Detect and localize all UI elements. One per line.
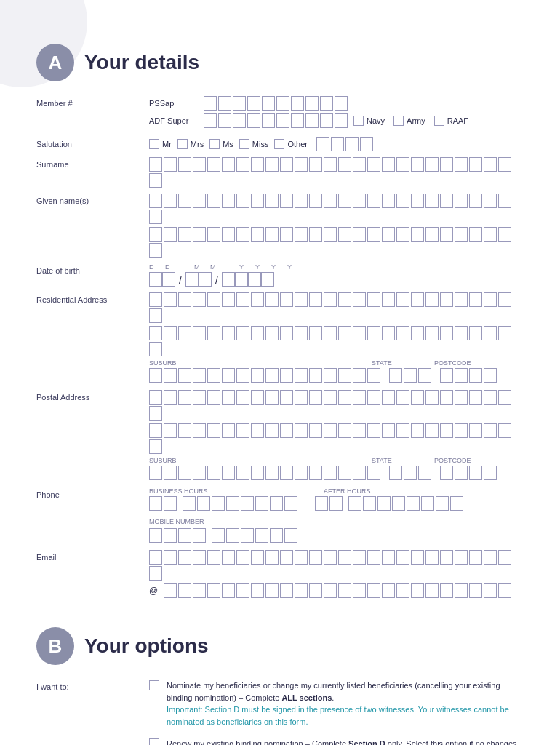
char-box[interactable] [149, 566, 162, 581]
char-box[interactable] [178, 466, 191, 480]
char-box[interactable] [193, 550, 206, 565]
char-box[interactable] [469, 326, 482, 340]
char-box[interactable] [236, 227, 249, 242]
char-box[interactable] [164, 390, 177, 405]
char-box[interactable] [353, 423, 366, 438]
char-box[interactable] [149, 210, 162, 224]
char-box[interactable] [407, 496, 420, 511]
char-box[interactable] [324, 292, 337, 307]
char-box[interactable] [411, 227, 424, 242]
navy-checkbox[interactable] [353, 116, 364, 126]
char-box[interactable] [262, 113, 275, 128]
char-box[interactable] [469, 368, 482, 383]
char-box[interactable] [270, 496, 283, 511]
char-box[interactable] [222, 466, 235, 480]
char-box[interactable] [178, 326, 191, 340]
char-box[interactable] [284, 496, 297, 511]
char-box[interactable] [236, 157, 249, 172]
char-box[interactable] [236, 194, 249, 208]
char-box[interactable] [197, 496, 210, 511]
dob-y2[interactable] [235, 272, 248, 287]
dob-d1[interactable] [149, 272, 162, 287]
char-box[interactable] [251, 390, 264, 405]
char-box[interactable] [305, 96, 319, 111]
char-box[interactable] [226, 496, 239, 511]
char-box[interactable] [251, 368, 264, 383]
dob-m1[interactable] [185, 272, 199, 287]
char-box[interactable] [149, 423, 162, 438]
char-box[interactable] [309, 550, 322, 565]
char-box[interactable] [309, 227, 322, 242]
char-box[interactable] [255, 496, 268, 511]
char-box[interactable] [411, 292, 424, 307]
char-box[interactable] [241, 528, 254, 543]
char-box[interactable] [411, 390, 424, 405]
army-checkbox[interactable] [393, 116, 404, 126]
char-box[interactable] [236, 423, 249, 438]
char-box[interactable] [164, 326, 177, 340]
dob-y4[interactable] [261, 272, 274, 287]
char-box[interactable] [396, 292, 409, 307]
char-box[interactable] [251, 157, 264, 172]
char-box[interactable] [309, 368, 322, 383]
char-box[interactable] [207, 466, 220, 480]
char-box[interactable] [498, 423, 511, 438]
char-box[interactable] [233, 113, 246, 128]
char-box[interactable] [320, 113, 333, 128]
char-box[interactable] [455, 368, 468, 383]
raaf-checkbox[interactable] [434, 116, 444, 126]
char-box[interactable] [469, 423, 482, 438]
char-box[interactable] [295, 227, 308, 242]
char-box[interactable] [353, 227, 366, 242]
char-box[interactable] [309, 157, 322, 172]
char-box[interactable] [425, 292, 439, 307]
char-box[interactable] [450, 496, 463, 511]
char-box[interactable] [164, 227, 177, 242]
char-box[interactable] [348, 496, 361, 511]
char-box[interactable] [309, 466, 322, 480]
char-box[interactable] [382, 194, 395, 208]
char-box[interactable] [207, 368, 220, 383]
char-box[interactable] [411, 423, 424, 438]
char-box[interactable] [382, 423, 395, 438]
char-box[interactable] [164, 466, 177, 480]
char-box[interactable] [295, 157, 308, 172]
char-box[interactable] [353, 326, 366, 340]
char-box[interactable] [218, 113, 231, 128]
char-box[interactable] [295, 466, 308, 480]
char-box[interactable] [222, 227, 235, 242]
char-box[interactable] [324, 390, 337, 405]
char-box[interactable] [484, 227, 497, 242]
char-box[interactable] [367, 466, 380, 480]
char-box[interactable] [236, 390, 249, 405]
char-box[interactable] [324, 466, 337, 480]
char-box[interactable] [276, 113, 289, 128]
char-box[interactable] [149, 439, 162, 454]
char-box[interactable] [251, 292, 264, 307]
char-box[interactable] [222, 583, 235, 598]
char-box[interactable] [324, 227, 337, 242]
char-box[interactable] [247, 113, 260, 128]
char-box[interactable] [353, 157, 366, 172]
char-box[interactable] [265, 326, 279, 340]
char-box[interactable] [367, 390, 380, 405]
char-box[interactable] [324, 423, 337, 438]
char-box[interactable] [236, 292, 249, 307]
char-box[interactable] [149, 550, 162, 565]
char-box[interactable] [484, 390, 497, 405]
char-box[interactable] [440, 466, 453, 480]
char-box[interactable] [233, 96, 246, 111]
char-box[interactable] [469, 194, 482, 208]
char-box[interactable] [295, 423, 308, 438]
char-box[interactable] [193, 326, 206, 340]
char-box[interactable] [295, 326, 308, 340]
char-box[interactable] [440, 583, 453, 598]
char-box[interactable] [251, 423, 264, 438]
char-box[interactable] [295, 390, 308, 405]
char-box[interactable] [367, 326, 380, 340]
char-box[interactable] [222, 368, 235, 383]
char-box[interactable] [367, 292, 380, 307]
char-box[interactable] [149, 308, 162, 323]
char-box[interactable] [418, 368, 431, 383]
char-box[interactable] [455, 292, 468, 307]
